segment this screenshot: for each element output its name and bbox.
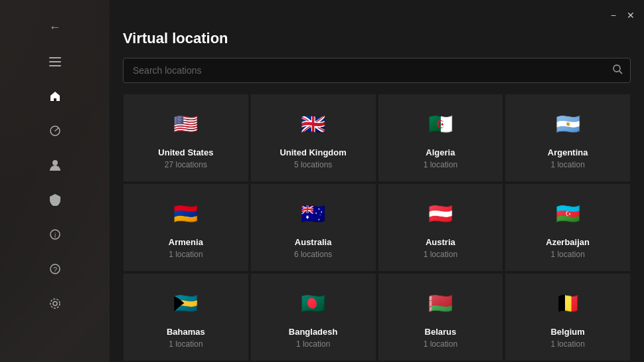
country-name: Australia (295, 237, 332, 247)
location-card[interactable]: 🇧🇾Belarus1 location (378, 273, 504, 361)
country-name: Argentina (548, 147, 588, 157)
flag-icon: 🇦🇷 (550, 106, 585, 141)
country-name: Belarus (425, 327, 457, 337)
svg-rect-0 (49, 57, 61, 58)
country-name: Algeria (426, 147, 455, 157)
location-card[interactable]: 🇧🇩Bangladesh1 location (250, 273, 376, 361)
location-card[interactable]: 🇬🇧United Kingdom5 locations (250, 94, 376, 182)
location-count: 1 location (550, 160, 584, 169)
svg-text:i: i (54, 232, 55, 239)
svg-point-11 (613, 65, 620, 72)
locations-grid: 🇺🇸United States27 locations🇬🇧United King… (123, 94, 631, 361)
country-name: Azerbaijan (546, 237, 590, 247)
location-card[interactable]: 🇦🇷Argentina1 location (505, 94, 631, 182)
page-title: Virtual location (123, 30, 631, 47)
flag-icon: 🇦🇺 (296, 196, 331, 230)
user-icon[interactable] (42, 152, 68, 179)
search-container (123, 58, 631, 83)
content-area: Virtual location 🇺🇸United States27 locat… (110, 30, 644, 362)
country-name: Belgium (550, 327, 584, 337)
back-icon[interactable]: ← (42, 14, 68, 41)
country-name: Austria (426, 237, 455, 247)
location-count: 1 location (424, 250, 457, 259)
country-name: United States (158, 147, 213, 157)
flag-icon: 🇧🇸 (169, 286, 203, 320)
location-card[interactable]: 🇺🇸United States27 locations (123, 94, 249, 182)
location-card[interactable]: 🇦🇹Austria1 location (378, 183, 504, 272)
location-card[interactable]: 🇧🇪Belgium1 location (505, 273, 631, 361)
svg-rect-1 (49, 61, 61, 62)
search-icon[interactable] (612, 64, 623, 77)
svg-text:?: ? (52, 266, 56, 274)
location-count: 1 location (550, 339, 584, 349)
search-input[interactable] (123, 58, 631, 83)
country-name: Bahamas (167, 327, 205, 337)
flag-icon: 🇧🇪 (550, 286, 585, 320)
help-icon[interactable]: ? (42, 256, 68, 282)
location-count: 1 location (169, 339, 202, 349)
sidebar: ← i ? (0, 0, 110, 362)
flag-icon: 🇧🇾 (423, 286, 457, 320)
flag-icon: 🇦🇹 (423, 196, 457, 230)
speed-icon[interactable] (42, 118, 68, 144)
flag-icon: 🇩🇿 (423, 106, 457, 141)
location-count: 1 location (424, 160, 457, 169)
minimize-button[interactable]: − (611, 10, 616, 21)
shield-icon[interactable] (42, 187, 68, 213)
location-card[interactable]: 🇦🇲Armenia1 location (123, 183, 249, 272)
location-card[interactable]: 🇦🇿Azerbaijan1 location (505, 183, 631, 272)
location-card[interactable]: 🇦🇺Australia6 locations (250, 183, 376, 272)
location-count: 1 location (169, 250, 202, 259)
location-count: 6 locations (294, 250, 332, 259)
flag-icon: 🇦🇲 (169, 196, 203, 230)
svg-point-10 (50, 299, 60, 308)
location-card[interactable]: 🇩🇿Algeria1 location (378, 94, 504, 182)
info-icon[interactable]: i (42, 221, 68, 248)
close-button[interactable]: ✕ (627, 10, 635, 21)
location-card[interactable]: 🇧🇸Bahamas1 location (123, 273, 249, 361)
flag-icon: 🇧🇩 (296, 286, 331, 320)
svg-point-9 (53, 302, 57, 306)
svg-point-4 (52, 160, 58, 165)
title-bar: − ✕ (110, 0, 644, 30)
menu-icon[interactable] (42, 48, 68, 75)
main-panel: − ✕ Virtual location 🇺🇸United States27 l… (110, 0, 644, 362)
svg-line-12 (619, 71, 622, 74)
flag-icon: 🇬🇧 (296, 106, 331, 141)
svg-rect-2 (49, 65, 61, 66)
settings-icon[interactable] (42, 290, 68, 317)
location-count: 1 location (296, 339, 330, 349)
country-name: Armenia (169, 237, 203, 247)
country-name: United Kingdom (280, 147, 346, 157)
location-count: 27 locations (165, 160, 207, 169)
flag-icon: 🇺🇸 (169, 106, 203, 141)
window-controls: − ✕ (611, 10, 635, 21)
flag-icon: 🇦🇿 (550, 196, 585, 230)
location-count: 5 locations (294, 160, 332, 169)
location-count: 1 location (550, 250, 584, 259)
home-icon[interactable] (42, 83, 68, 110)
country-name: Bangladesh (289, 327, 338, 337)
location-count: 1 location (424, 339, 457, 349)
